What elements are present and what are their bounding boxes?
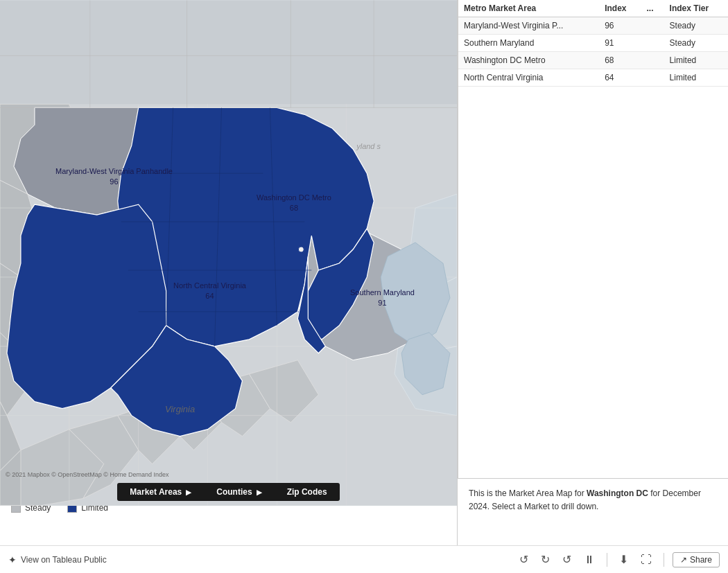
tableau-link[interactable]: ✦ View on Tableau Public (8, 554, 516, 565)
cell-index: 96 (599, 17, 641, 35)
fullscreen-button[interactable]: ⛶ (637, 552, 655, 568)
cell-extra (641, 52, 664, 69)
cell-extra (641, 35, 664, 52)
toolbar-separator-1 (607, 553, 607, 567)
map-nav-bar: Market Areas ▶ Counties ▶ Zip Codes (0, 481, 457, 506)
col-header-extra: ... (641, 0, 664, 17)
cell-market: Washington DC Metro (458, 52, 599, 69)
map-copyright: © 2021 Mapbox © OpenStreetMap © Home Dem… (6, 471, 169, 478)
info-panel: This is the Market Area Map for Washingt… (458, 479, 728, 545)
col-header-index: Index (599, 0, 641, 17)
svg-point-41 (298, 247, 304, 252)
table-row[interactable]: Southern Maryland 91 Steady (458, 35, 728, 52)
counties-button[interactable]: Counties ▶ (204, 483, 274, 501)
download-button[interactable]: ⬇ (616, 551, 632, 568)
cell-tier: Limited (664, 69, 728, 87)
main-container: Virginia (0, 0, 728, 573)
redo-button[interactable]: ↻ (537, 551, 553, 568)
table-header-row: Metro Market Area Index ... Index Tier (458, 0, 728, 17)
cell-market: Maryland-West Virginia P... (458, 17, 599, 35)
table-body: Maryland-West Virginia P... 96 Steady So… (458, 17, 728, 87)
cell-index: 64 (599, 69, 641, 87)
share-button[interactable]: ↗ Share (673, 552, 720, 567)
market-areas-arrow: ▶ (186, 488, 191, 496)
map-svg: Virginia (0, 0, 457, 506)
counties-label: Counties (216, 487, 252, 497)
svg-text:yland s: yland s (356, 142, 381, 150)
table-row[interactable]: Washington DC Metro 68 Limited (458, 52, 728, 69)
col-header-tier: Index Tier (664, 0, 728, 17)
tableau-link-label: View on Tableau Public (21, 555, 107, 565)
cell-extra (641, 17, 664, 35)
info-bold: Washington DC (587, 488, 648, 498)
reset-button[interactable]: ↺ (559, 551, 575, 568)
share-label: Share (690, 555, 712, 565)
svg-rect-1 (0, 1, 457, 105)
market-areas-label: Market Areas (130, 487, 182, 497)
cell-market: North Central Virginia (458, 69, 599, 87)
cell-extra (641, 69, 664, 87)
data-table: Metro Market Area Index ... Index Tier M… (458, 0, 728, 87)
info-text-prefix: This is the Market Area Map for (469, 488, 587, 498)
share-icon: ↗ (680, 555, 687, 565)
zip-codes-label: Zip Codes (287, 487, 327, 497)
counties-arrow: ▶ (257, 488, 262, 496)
map-area: Virginia (0, 0, 458, 506)
pause-button[interactable]: ⏸ (580, 552, 598, 568)
toolbar-separator-2 (664, 553, 664, 567)
table-row[interactable]: North Central Virginia 64 Limited (458, 69, 728, 87)
top-section: Virginia (0, 0, 728, 478)
tableau-icon: ✦ (8, 554, 17, 565)
svg-text:Virginia: Virginia (165, 404, 195, 414)
market-areas-button[interactable]: Market Areas ▶ (117, 483, 204, 501)
right-panel: Metro Market Area Index ... Index Tier M… (458, 0, 728, 478)
cell-index: 68 (599, 52, 641, 69)
zip-codes-button[interactable]: Zip Codes (275, 483, 340, 501)
toolbar: ✦ View on Tableau Public ↺ ↻ ↺ ⏸ ⬇ ⛶ ↗ S… (0, 545, 728, 573)
cell-tier: Steady (664, 17, 728, 35)
undo-button[interactable]: ↺ (516, 551, 532, 568)
col-header-market: Metro Market Area (458, 0, 599, 17)
table-row[interactable]: Maryland-West Virginia P... 96 Steady (458, 17, 728, 35)
cell-market: Southern Maryland (458, 35, 599, 52)
cell-tier: Steady (664, 35, 728, 52)
cell-index: 91 (599, 35, 641, 52)
cell-tier: Limited (664, 52, 728, 69)
toolbar-right: ↺ ↻ ↺ ⏸ ⬇ ⛶ ↗ Share (516, 551, 720, 568)
